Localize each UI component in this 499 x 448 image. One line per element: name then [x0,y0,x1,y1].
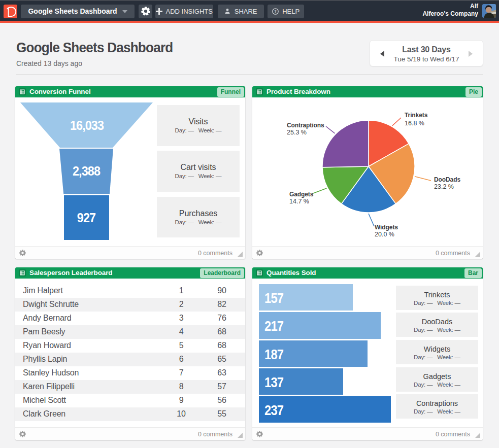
svg-text:16.8 %: 16.8 % [405,120,424,127]
svg-text:Trinkets: Trinkets [405,112,428,119]
svg-text:Widgets: Widgets [375,224,398,231]
svg-text:16,033: 16,033 [70,118,104,132]
svg-text:DooDads: DooDads [434,176,460,183]
svg-text:?: ? [274,9,277,14]
svg-text:23.2 %: 23.2 % [434,183,454,190]
svg-text:2,388: 2,388 [73,164,100,178]
svg-text:Contraptions: Contraptions [287,122,324,129]
svg-text:927: 927 [77,211,96,225]
svg-text:Gadgets: Gadgets [289,191,314,198]
svg-text:14.7 %: 14.7 % [289,198,309,205]
svg-text:25.3 %: 25.3 % [287,129,307,136]
svg-text:20.0 %: 20.0 % [375,231,394,238]
